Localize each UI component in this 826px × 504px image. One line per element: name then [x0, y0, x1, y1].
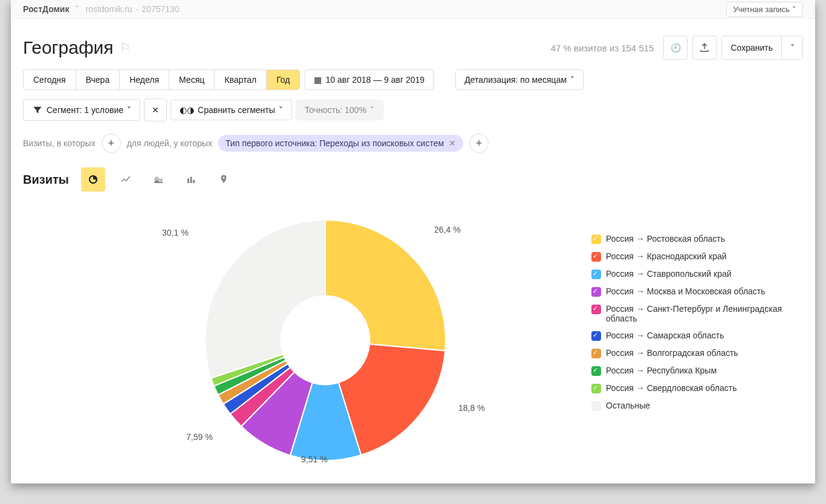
add-people-condition-button[interactable]: +: [469, 134, 489, 153]
chevron-down-icon: ˅: [279, 105, 283, 115]
conditions-row: Визиты, в которых + для людей, у которых…: [11, 128, 815, 164]
chevron-down-icon[interactable]: ˅: [75, 4, 79, 14]
bar-icon: [186, 174, 197, 185]
legend-item[interactable]: Россия → Москва и Московская область: [591, 286, 809, 297]
date-range-label: 10 авг 2018 — 9 авг 2019: [325, 75, 424, 85]
segment-row: Сегмент: 1 условие ˅ ✕ ◐◑ Сравнить сегме…: [11, 99, 815, 128]
legend-label: Россия → Волгоградская область: [606, 348, 738, 358]
period-row: СегодняВчераНеделяМесяцКварталГод ▦ 10 а…: [11, 69, 815, 99]
svg-rect-1: [187, 179, 189, 184]
metric-title: Визиты: [23, 173, 69, 187]
chart-type-bar-button[interactable]: [179, 167, 203, 192]
accuracy-dropdown[interactable]: Точность: 100% ˅: [296, 100, 383, 120]
date-range-picker[interactable]: ▦ 10 авг 2018 — 9 авг 2019: [305, 69, 434, 90]
segment-clear-button[interactable]: ✕: [144, 99, 167, 121]
legend-label: Россия → Республика Крым: [606, 366, 717, 375]
chart-type-area-button[interactable]: [146, 167, 171, 192]
period-item-0[interactable]: Сегодня: [24, 70, 76, 89]
detail-label: Детализация: по месяцам: [464, 75, 567, 85]
period-segment: СегодняВчераНеделяМесяцКварталГод: [23, 69, 300, 90]
donut-slice[interactable]: [205, 220, 325, 378]
period-item-2[interactable]: Неделя: [120, 70, 169, 89]
bookmark-icon[interactable]: ⚐: [120, 40, 131, 55]
filter-icon: [32, 105, 43, 115]
chart-type-map-button[interactable]: [212, 167, 236, 192]
clock-icon: 🕘: [671, 43, 681, 53]
period-item-4[interactable]: Квартал: [215, 70, 267, 89]
legend-item[interactable]: Россия → Свердловская область: [591, 383, 809, 393]
slice-percent-label: 26,4 %: [434, 225, 461, 234]
export-button[interactable]: [692, 36, 717, 60]
svg-rect-3: [193, 180, 195, 183]
legend-swatch[interactable]: [591, 305, 601, 314]
pie-icon: [88, 174, 99, 185]
add-visit-condition-button[interactable]: +: [102, 134, 121, 153]
detail-dropdown[interactable]: Детализация: по месяцам ˅: [455, 69, 584, 90]
account-label: Учетная запись: [733, 5, 790, 14]
legend-swatch[interactable]: [591, 349, 601, 358]
legend-swatch[interactable]: [591, 401, 601, 411]
legend-label: Россия → Краснодарский край: [606, 251, 727, 261]
legend-swatch[interactable]: [591, 252, 601, 262]
history-button[interactable]: 🕘: [663, 36, 688, 60]
legend-item[interactable]: Россия → Краснодарский край: [591, 251, 809, 262]
slice-percent-label: 18,8 %: [458, 403, 485, 413]
chart-type-line-button[interactable]: [114, 167, 138, 192]
legend-swatch[interactable]: [591, 366, 601, 376]
legend-item[interactable]: Россия → Республика Крым: [591, 366, 809, 376]
donut-chart: [192, 207, 458, 473]
slice-percent-label: 9,51 %: [301, 454, 328, 464]
chevron-down-icon: ˅: [570, 75, 574, 85]
area-icon: [153, 174, 164, 185]
save-button[interactable]: Сохранить ˅: [721, 36, 803, 60]
legend-item[interactable]: Россия → Ставропольский край: [591, 269, 809, 279]
chart-type-pie-button[interactable]: [81, 167, 105, 192]
legend-label: Россия → Москва и Московская область: [606, 286, 766, 296]
period-item-5[interactable]: Год: [267, 70, 299, 89]
legend-item[interactable]: Россия → Самарская область: [591, 331, 809, 341]
metric-row: Визиты: [11, 164, 815, 198]
save-label: Сохранить: [722, 43, 781, 53]
site-name[interactable]: РостДомик: [23, 4, 69, 14]
period-item-1[interactable]: Вчера: [76, 70, 120, 89]
counter-id: 20757130: [141, 4, 179, 14]
topbar: РостДомик ˅ rostdomik.ru · 20757130 Учет…: [11, 0, 815, 19]
legend-swatch[interactable]: [591, 234, 601, 244]
legend-label: Россия → Санкт-Петербург и Ленинградская…: [606, 304, 809, 323]
slice-percent-label: 30,1 %: [162, 228, 189, 237]
legend-item[interactable]: Россия → Санкт-Петербург и Ленинградская…: [591, 304, 809, 323]
people-condition-label: для людей, у которых: [127, 138, 212, 148]
site-domain: rostdomik.ru: [85, 4, 132, 14]
chevron-down-icon: ˅: [782, 43, 803, 53]
segment-dropdown[interactable]: Сегмент: 1 условие ˅: [23, 99, 140, 121]
legend-label: Россия → Самарская область: [606, 331, 724, 340]
compare-segments-dropdown[interactable]: ◐◑ Сравнить сегменты ˅: [171, 100, 292, 120]
line-icon: [120, 174, 131, 185]
calendar-icon: ▦: [314, 75, 322, 85]
chip-remove-icon[interactable]: ✕: [449, 138, 456, 148]
close-icon: ✕: [152, 105, 159, 115]
save-dropdown[interactable]: ˅: [781, 36, 802, 59]
legend-item[interactable]: Россия → Ростовская область: [591, 234, 809, 244]
compare-label: Сравнить сегменты: [198, 105, 275, 115]
legend-label: Россия → Свердловская область: [606, 383, 737, 393]
legend-swatch[interactable]: [591, 384, 601, 393]
legend-item[interactable]: Остальные: [591, 401, 809, 411]
period-item-3[interactable]: Месяц: [169, 70, 215, 89]
legend-swatch[interactable]: [591, 270, 601, 279]
legend-swatch[interactable]: [591, 287, 601, 297]
legend-item[interactable]: Россия → Волгоградская область: [591, 348, 809, 358]
chevron-down-icon: ˅: [792, 5, 796, 14]
compare-icon: ◐◑: [180, 105, 194, 115]
donut-slice[interactable]: [325, 220, 446, 351]
legend-swatch[interactable]: [591, 331, 601, 341]
legend-label: Остальные: [606, 401, 650, 410]
account-button[interactable]: Учетная запись ˅: [726, 2, 803, 17]
dot-sep: ·: [136, 4, 138, 14]
export-icon: [699, 42, 710, 53]
chart-area: Россия → Ростовская областьРоссия → Крас…: [11, 204, 815, 470]
page-title: География: [23, 37, 114, 58]
page-header: География ⚐ 47 % визитов из 154 515 🕘 Со…: [11, 19, 815, 69]
visits-summary: 47 % визитов из 154 515: [551, 43, 654, 53]
condition-chip[interactable]: Тип первого источника: Переходы из поиск…: [218, 135, 463, 152]
